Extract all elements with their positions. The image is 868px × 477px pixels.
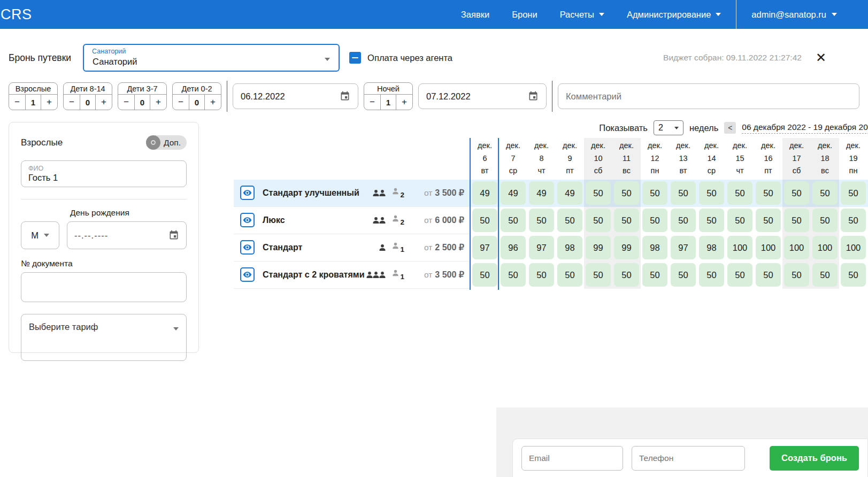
availability-cell[interactable]: 50 — [699, 209, 724, 232]
nav-item-broni[interactable]: Брони — [512, 10, 537, 20]
grid-date-column[interactable]: дек.12пн — [641, 138, 669, 180]
grid-date-column[interactable]: дек.17сб — [782, 138, 811, 180]
hotel-select[interactable]: Санаторий Санаторий — [83, 44, 340, 72]
weeks-select[interactable]: 2 — [654, 120, 683, 135]
availability-cell[interactable]: 50 — [557, 263, 582, 287]
availability-cell[interactable]: 96 — [501, 236, 526, 259]
nav-item-administrirovanie[interactable]: Администрирование — [627, 10, 721, 20]
availability-cell[interactable]: 50 — [671, 209, 696, 232]
availability-cell[interactable]: 49 — [501, 181, 526, 205]
availability-cell[interactable]: 100 — [841, 236, 866, 259]
minus-button[interactable]: − — [64, 95, 80, 110]
plus-button[interactable]: + — [205, 95, 221, 110]
availability-cell[interactable]: 49 — [472, 181, 497, 205]
availability-cell[interactable]: 50 — [841, 181, 866, 205]
comment-input[interactable] — [558, 83, 859, 109]
visibility-toggle-button[interactable] — [240, 240, 255, 255]
phone-input[interactable] — [632, 446, 745, 471]
availability-cell[interactable]: 50 — [642, 263, 667, 287]
availability-cell[interactable]: 50 — [812, 181, 838, 205]
grid-date-column[interactable]: дек.9пт — [556, 138, 584, 180]
checkout-date-field[interactable]: 07.12.2022 — [418, 83, 547, 109]
availability-cell[interactable]: 98 — [642, 236, 667, 259]
close-icon[interactable]: ✕ — [816, 51, 826, 64]
availability-cell[interactable]: 97 — [472, 236, 497, 259]
availability-cell[interactable]: 50 — [784, 209, 809, 232]
availability-cell[interactable]: 50 — [727, 263, 752, 287]
availability-cell[interactable]: 50 — [614, 263, 639, 287]
gender-select[interactable]: М — [21, 221, 59, 249]
availability-cell[interactable]: 50 — [841, 263, 866, 287]
availability-cell[interactable]: 50 — [642, 181, 667, 205]
tariff-select[interactable]: Выберите тариф — [21, 314, 187, 361]
grid-date-column[interactable]: дек.15чт — [726, 138, 754, 180]
availability-cell[interactable]: 50 — [472, 263, 497, 287]
extra-guest-toggle[interactable]: Доп. — [146, 135, 187, 150]
account-menu[interactable]: admin@sanatop.ru — [751, 10, 837, 20]
availability-cell[interactable]: 50 — [812, 263, 838, 287]
agent-payment-checkbox[interactable] — [349, 52, 361, 64]
availability-cell[interactable]: 50 — [756, 209, 781, 232]
availability-cell[interactable]: 50 — [756, 263, 781, 287]
availability-cell[interactable]: 50 — [642, 209, 667, 232]
prev-week-button[interactable]: < — [724, 122, 736, 134]
availability-cell[interactable]: 97 — [671, 236, 696, 259]
minus-button[interactable]: − — [9, 95, 25, 110]
availability-cell[interactable]: 50 — [671, 263, 696, 287]
nav-item-zayavki[interactable]: Заявки — [461, 10, 489, 20]
minus-button[interactable]: − — [364, 95, 380, 110]
availability-cell[interactable]: 50 — [586, 181, 611, 205]
availability-cell[interactable]: 98 — [699, 236, 724, 259]
visibility-toggle-button[interactable] — [240, 267, 255, 282]
minus-button[interactable]: − — [118, 95, 134, 110]
availability-cell[interactable]: 50 — [841, 209, 866, 232]
availability-cell[interactable]: 50 — [784, 181, 809, 205]
availability-cell[interactable]: 50 — [756, 181, 781, 205]
minus-button[interactable]: − — [173, 95, 189, 110]
availability-cell[interactable]: 100 — [812, 236, 838, 259]
email-input[interactable] — [521, 446, 623, 471]
availability-cell[interactable]: 50 — [529, 263, 554, 287]
grid-date-column[interactable]: дек.7ср — [499, 138, 527, 180]
availability-cell[interactable]: 99 — [614, 236, 639, 259]
birthday-date-field[interactable]: --.--.---- — [67, 221, 187, 249]
calendar-icon[interactable] — [340, 91, 350, 102]
availability-cell[interactable]: 50 — [501, 263, 526, 287]
plus-button[interactable]: + — [96, 95, 112, 110]
availability-cell[interactable]: 98 — [557, 236, 582, 259]
availability-cell[interactable]: 50 — [671, 181, 696, 205]
visibility-toggle-button[interactable] — [240, 213, 255, 227]
availability-cell[interactable]: 100 — [727, 236, 752, 259]
availability-cell[interactable]: 100 — [756, 236, 781, 259]
grid-date-column[interactable]: дек.6вт — [471, 138, 499, 180]
availability-cell[interactable]: 50 — [614, 209, 639, 232]
nav-item-raschety[interactable]: Расчеты — [560, 10, 604, 20]
availability-cell[interactable]: 50 — [586, 209, 611, 232]
availability-cell[interactable]: 50 — [727, 209, 752, 232]
availability-cell[interactable]: 99 — [586, 236, 611, 259]
availability-cell[interactable]: 50 — [699, 181, 724, 205]
availability-cell[interactable]: 49 — [557, 181, 582, 205]
availability-cell[interactable]: 100 — [784, 236, 809, 259]
plus-button[interactable]: + — [396, 95, 412, 110]
availability-cell[interactable]: 50 — [557, 209, 582, 232]
availability-cell[interactable]: 50 — [472, 209, 497, 232]
grid-date-column[interactable]: дек.14ср — [697, 138, 726, 180]
grid-date-column[interactable]: дек.8чт — [527, 138, 556, 180]
plus-button[interactable]: + — [41, 95, 57, 110]
fio-field[interactable]: ФИО Гость 1 — [21, 160, 187, 187]
document-input[interactable] — [21, 272, 187, 302]
grid-date-column[interactable]: дек.13вт — [669, 138, 697, 180]
checkin-date-field[interactable]: 06.12.2022 — [233, 83, 358, 109]
visibility-toggle-button[interactable] — [240, 186, 255, 200]
availability-cell[interactable]: 50 — [784, 263, 809, 287]
date-range-label[interactable]: 06 декабря 2022 - 19 декабря 2022 — [742, 122, 868, 134]
create-booking-button[interactable]: Создать бронь — [770, 446, 859, 471]
availability-cell[interactable]: 49 — [529, 181, 554, 205]
calendar-icon[interactable] — [168, 230, 179, 241]
grid-date-column[interactable]: дек.10сб — [584, 138, 612, 180]
availability-cell[interactable]: 50 — [586, 263, 611, 287]
plus-button[interactable]: + — [150, 95, 166, 110]
availability-cell[interactable]: 50 — [614, 181, 639, 205]
availability-cell[interactable]: 50 — [699, 263, 724, 287]
